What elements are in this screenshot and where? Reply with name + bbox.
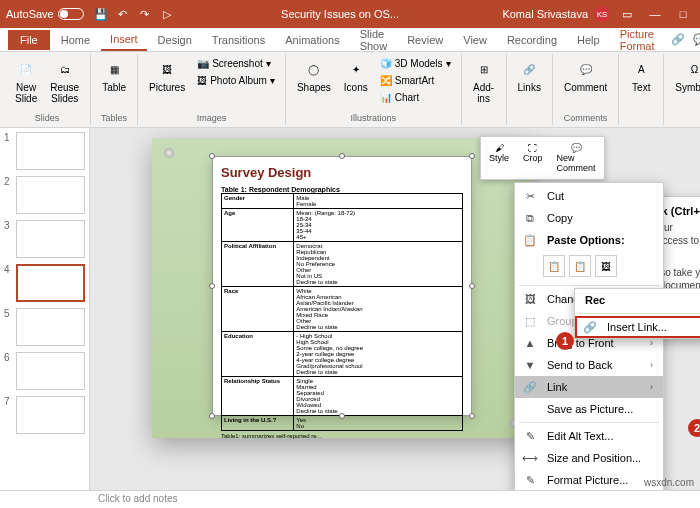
new-comment-button[interactable]: 💬New Comment	[553, 141, 600, 175]
table-button[interactable]: ▦Table	[97, 56, 131, 95]
format-icon: ✎	[523, 473, 537, 487]
group-icon: ⬚	[523, 314, 537, 328]
menu-paste[interactable]: 📋Paste Options:	[515, 229, 663, 251]
user-avatar[interactable]: KS	[594, 6, 610, 22]
menu-copy[interactable]: ⧉Copy	[515, 207, 663, 229]
shapes-button[interactable]: ◯Shapes	[292, 56, 336, 95]
tab-recording[interactable]: Recording	[498, 30, 566, 50]
link-submenu: Rec 🔗Insert Link...	[574, 288, 700, 339]
addins-button[interactable]: ⊞Add- ins	[468, 56, 500, 106]
cut-icon: ✂	[523, 189, 537, 203]
demographics-table: GenderMale FemaleAgeMean: (Range: 18-72)…	[221, 193, 463, 431]
undo-icon[interactable]: ↶	[115, 6, 131, 22]
chart-button[interactable]: 📊 Chart	[376, 90, 455, 105]
tab-insert[interactable]: Insert	[101, 29, 147, 51]
reuse-slides-button[interactable]: 🗂Reuse Slides	[45, 56, 84, 106]
tab-help[interactable]: Help	[568, 30, 609, 50]
new-slide-button[interactable]: 📄New Slide	[10, 56, 42, 106]
tab-animations[interactable]: Animations	[276, 30, 348, 50]
thumbnail-1[interactable]: 1	[4, 132, 85, 170]
notes-pane[interactable]: Click to add notes	[0, 490, 700, 508]
style-button[interactable]: 🖌Style	[485, 141, 513, 175]
text-button[interactable]: AText	[625, 56, 657, 95]
start-from-beginning-icon[interactable]: ▷	[159, 6, 175, 22]
slide-title: Survey Design	[221, 165, 463, 180]
tab-home[interactable]: Home	[52, 30, 99, 50]
menu-size-position[interactable]: ⟷Size and Position...	[515, 447, 663, 469]
3d-models-button[interactable]: 🧊 3D Models ▾	[376, 56, 455, 71]
size-icon: ⟷	[523, 451, 537, 465]
links-button[interactable]: 🔗Links	[513, 56, 546, 95]
change-picture-icon: 🖼	[523, 292, 537, 306]
thumbnail-5[interactable]: 5	[4, 308, 85, 346]
user-name: Komal Srivastava	[502, 8, 588, 20]
menu-format-picture[interactable]: ✎Format Picture...	[515, 469, 663, 490]
group-tables-label: Tables	[101, 113, 127, 123]
pictures-button[interactable]: 🖼Pictures	[144, 56, 190, 95]
tab-transitions[interactable]: Transitions	[203, 30, 274, 50]
menu-link[interactable]: 🔗Link›	[515, 376, 663, 398]
minimize-icon[interactable]: —	[647, 6, 663, 22]
tab-view[interactable]: View	[454, 30, 496, 50]
watermark: wsxdn.com	[644, 477, 694, 488]
autosave-label: AutoSave	[6, 8, 54, 20]
group-slides-label: Slides	[35, 113, 60, 123]
thumbnail-6[interactable]: 6	[4, 352, 85, 390]
redo-icon[interactable]: ↷	[137, 6, 153, 22]
table-caption: Table 1: Respondent Demographics	[221, 186, 463, 193]
maximize-icon[interactable]: □	[675, 6, 691, 22]
menu-save-as-picture[interactable]: Save as Picture...	[515, 398, 663, 420]
thumbnail-panel[interactable]: 1 2 3 4 5 6 7	[0, 128, 90, 490]
thumbnail-2[interactable]: 2	[4, 176, 85, 214]
menu-cut[interactable]: ✂Cut	[515, 185, 663, 207]
menu-send-back[interactable]: ▼Send to Back›	[515, 354, 663, 376]
paste-option-3[interactable]: 🖼	[595, 255, 617, 277]
thumbnail-4[interactable]: 4	[4, 264, 85, 302]
icons-button[interactable]: ✦Icons	[339, 56, 373, 95]
menu-edit-alt-text[interactable]: ✎Edit Alt Text...	[515, 425, 663, 447]
copy-icon: ⧉	[523, 211, 537, 225]
symbols-button[interactable]: ΩSymbols	[670, 56, 700, 95]
group-illustrations-label: Illustrations	[350, 113, 396, 123]
link-icon: 🔗	[523, 380, 537, 394]
comment-button[interactable]: 💬Comment	[559, 56, 612, 95]
autosave-toggle[interactable]	[58, 8, 84, 20]
tab-design[interactable]: Design	[149, 30, 201, 50]
insert-link-icon: 🔗	[583, 320, 597, 334]
save-icon[interactable]: 💾	[93, 6, 109, 22]
tab-review[interactable]: Review	[398, 30, 452, 50]
document-title: Security Issues on OS...	[178, 8, 503, 20]
annotation-marker-1: 1	[556, 332, 574, 350]
paste-icon: 📋	[523, 233, 537, 247]
smartart-button[interactable]: 🔀 SmartArt	[376, 73, 455, 88]
comments-pane-icon[interactable]: 💬	[693, 32, 700, 48]
thumbnail-3[interactable]: 3	[4, 220, 85, 258]
ribbon-options-icon[interactable]: ▭	[619, 6, 635, 22]
photo-album-button[interactable]: 🖼 Photo Album ▾	[193, 73, 279, 88]
group-images-label: Images	[197, 113, 227, 123]
group-comments-label: Comments	[564, 113, 608, 123]
paste-option-2[interactable]: 📋	[569, 255, 591, 277]
screenshot-button[interactable]: 📷 Screenshot ▾	[193, 56, 279, 71]
bring-front-icon: ▲	[523, 336, 537, 350]
share-icon[interactable]: 🔗	[671, 32, 685, 48]
recent-items-heading: Rec	[575, 289, 700, 311]
annotation-marker-2: 2	[688, 419, 700, 437]
alt-text-icon: ✎	[523, 429, 537, 443]
paste-option-1[interactable]: 📋	[543, 255, 565, 277]
menu-insert-link[interactable]: 🔗Insert Link...	[575, 316, 700, 338]
pin-decoration	[164, 148, 174, 158]
file-tab[interactable]: File	[8, 30, 50, 50]
mini-toolbar: 🖌Style ⛶Crop 💬New Comment	[480, 136, 605, 180]
selected-picture[interactable]: Survey Design Table 1: Respondent Demogr…	[212, 156, 472, 416]
tab-picture-format[interactable]: Picture Format	[611, 24, 664, 56]
slide: Survey Design Table 1: Respondent Demogr…	[152, 138, 532, 438]
thumbnail-7[interactable]: 7	[4, 396, 85, 434]
tab-slideshow[interactable]: Slide Show	[351, 24, 397, 56]
crop-button[interactable]: ⛶Crop	[519, 141, 547, 175]
table-note: Table1: summarizes self-reported re...	[221, 433, 463, 439]
send-back-icon: ▼	[523, 358, 537, 372]
